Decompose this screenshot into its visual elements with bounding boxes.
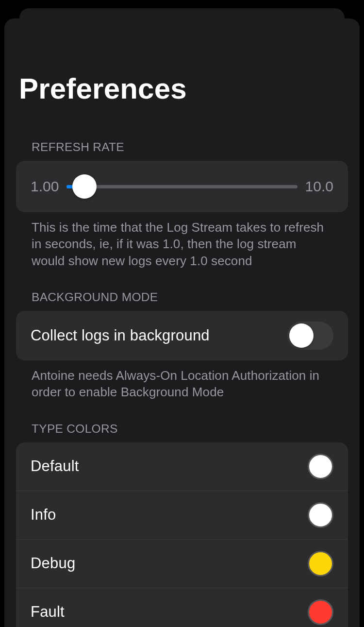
type-color-label: Default [31, 458, 79, 475]
slider-track [66, 185, 297, 188]
type-colors-header: TYPE COLORS [4, 422, 360, 436]
background-mode-toggle[interactable] [287, 322, 333, 350]
background-mode-header: BACKGROUND MODE [4, 290, 360, 304]
refresh-rate-header: REFRESH RATE [4, 140, 360, 154]
slider-max-label: 10.0 [305, 178, 333, 195]
type-color-row-info[interactable]: Info [16, 491, 348, 539]
type-color-label: Debug [31, 555, 75, 572]
color-swatch-icon[interactable] [308, 454, 333, 479]
type-color-row-debug[interactable]: Debug [16, 539, 348, 588]
type-color-label: Fault [31, 603, 65, 621]
color-swatch-icon[interactable] [308, 502, 333, 528]
type-color-row-default[interactable]: Default [16, 442, 348, 491]
toggle-knob [289, 323, 314, 348]
type-colors-group: Default Info Debug Fault [16, 442, 348, 627]
refresh-rate-footer: This is the time that the Log Stream tak… [4, 212, 360, 269]
color-swatch-icon[interactable] [308, 599, 333, 625]
background-mode-cell: Collect logs in background [16, 311, 348, 360]
slider-thumb[interactable] [72, 174, 97, 199]
color-swatch-icon[interactable] [308, 551, 333, 576]
background-mode-footer: Antoine needs Always-On Location Authori… [4, 360, 360, 401]
preferences-sheet: Preferences REFRESH RATE 1.00 10.0 This … [4, 18, 360, 627]
type-color-row-fault[interactable]: Fault [16, 588, 348, 627]
background-mode-label: Collect logs in background [31, 327, 210, 344]
refresh-rate-slider-cell: 1.00 10.0 [16, 161, 348, 212]
type-color-label: Info [31, 506, 56, 524]
refresh-rate-slider[interactable] [66, 174, 297, 199]
page-title: Preferences [4, 72, 360, 105]
background-mode-group: Collect logs in background [16, 311, 348, 360]
slider-min-label: 1.00 [31, 178, 59, 195]
refresh-rate-group: 1.00 10.0 [16, 161, 348, 212]
